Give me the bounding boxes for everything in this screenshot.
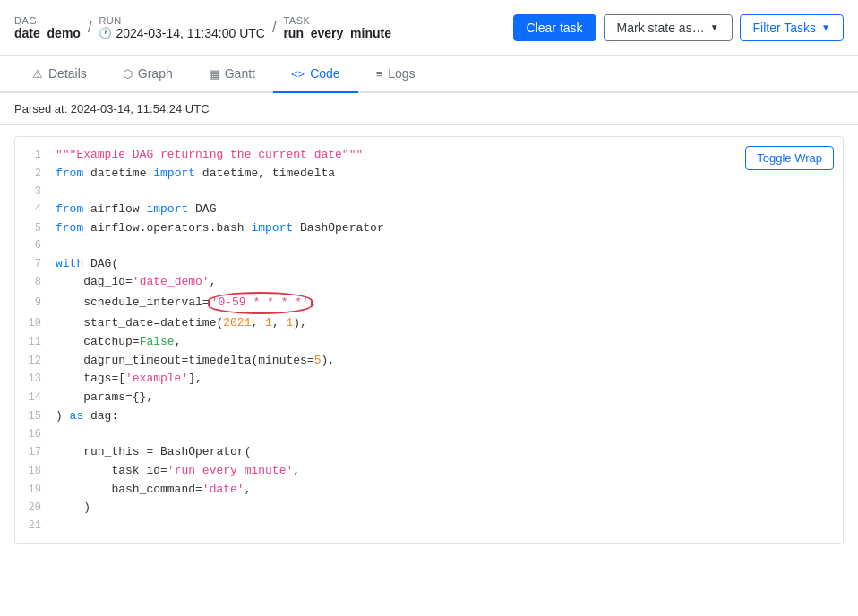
breadcrumb: DAG date_demo / Run 🕐 2024-03-14, 11:34:…	[14, 15, 391, 40]
task-section: Task run_every_minute	[283, 15, 391, 40]
code-line: 6	[15, 237, 843, 254]
header-actions: Clear task Mark state as… ▼ Filter Tasks…	[513, 14, 844, 41]
line-number: 13	[15, 371, 56, 388]
graph-icon: ⬡	[123, 67, 133, 81]
code-line: 14 params={},	[15, 389, 843, 407]
code-line: 16	[15, 426, 843, 443]
line-number: 1	[15, 147, 56, 164]
code-body: 1"""Example DAG returning the current da…	[15, 137, 843, 543]
code-line: 21	[15, 518, 843, 535]
mark-state-caret: ▼	[710, 22, 719, 32]
line-number: 16	[15, 426, 56, 443]
line-number: 10	[15, 315, 56, 332]
tab-details-label: Details	[48, 66, 87, 81]
line-content: from datetime import datetime, timedelta	[56, 165, 843, 184]
top-bar: DAG date_demo / Run 🕐 2024-03-14, 11:34:…	[0, 0, 858, 56]
parsed-at: Parsed at: 2024-03-14, 11:54:24 UTC	[0, 93, 858, 125]
line-content: from airflow import DAG	[56, 201, 843, 219]
code-line: 9 schedule_interval='0-59 * * * *',	[15, 292, 843, 314]
line-number: 6	[15, 237, 56, 254]
line-number: 14	[15, 389, 56, 406]
clock-icon: 🕐	[99, 27, 112, 39]
sep1: /	[88, 20, 91, 36]
tab-graph[interactable]: ⬡ Graph	[105, 56, 191, 93]
line-number: 15	[15, 408, 56, 425]
tab-details[interactable]: ⚠ Details	[14, 56, 105, 93]
code-line: 11 catchup=False,	[15, 333, 843, 352]
line-content: run_this = BashOperator(	[56, 443, 843, 462]
line-content: )	[56, 499, 843, 518]
line-content: tags=['example'],	[56, 370, 843, 389]
task-label: Task	[283, 15, 391, 26]
code-line: 5from airflow.operators.bash import Bash…	[15, 219, 843, 238]
mark-state-label: Mark state as…	[617, 21, 705, 35]
tab-logs[interactable]: ≡ Logs	[358, 56, 433, 93]
code-line: 1"""Example DAG returning the current da…	[15, 146, 843, 165]
line-number: 3	[15, 184, 56, 201]
tabs: ⚠ Details ⬡ Graph ▦ Gantt <> Code ≡ Logs	[0, 56, 858, 93]
line-number: 5	[15, 220, 56, 237]
tab-graph-label: Graph	[138, 66, 173, 81]
line-number: 9	[15, 295, 56, 312]
line-number: 11	[15, 334, 56, 351]
code-line: 7with DAG(	[15, 255, 843, 274]
line-content: catchup=False,	[56, 333, 843, 352]
line-content: params={},	[56, 389, 843, 407]
line-content: start_date=datetime(2021, 1, 1),	[56, 314, 843, 333]
line-number: 4	[15, 201, 56, 218]
line-content: ) as dag:	[56, 407, 843, 426]
logs-icon: ≡	[376, 67, 383, 81]
task-value: run_every_minute	[283, 26, 391, 40]
run-datetime: 2024-03-14, 11:34:00 UTC	[116, 26, 265, 40]
line-number: 12	[15, 353, 56, 370]
filter-tasks-button[interactable]: Filter Tasks ▼	[740, 14, 844, 41]
run-value: 🕐 2024-03-14, 11:34:00 UTC	[99, 26, 265, 40]
tab-code[interactable]: <> Code	[273, 56, 358, 93]
mark-state-button[interactable]: Mark state as… ▼	[604, 14, 733, 41]
code-line: 20 )	[15, 499, 843, 518]
dag-label: DAG	[14, 15, 81, 26]
line-number: 7	[15, 256, 56, 273]
code-line: 3	[15, 184, 843, 201]
line-number: 21	[15, 518, 56, 535]
line-number: 18	[15, 463, 56, 480]
run-section: Run 🕐 2024-03-14, 11:34:00 UTC	[99, 15, 265, 40]
line-number: 19	[15, 482, 56, 499]
code-icon: <>	[291, 67, 305, 81]
code-container: Toggle Wrap 1"""Example DAG returning th…	[14, 136, 844, 544]
line-content: dagrun_timeout=timedelta(minutes=5),	[56, 352, 843, 371]
line-number: 17	[15, 444, 56, 461]
filter-tasks-caret: ▼	[821, 22, 830, 32]
toggle-wrap-button[interactable]: Toggle Wrap	[745, 146, 834, 170]
line-number: 20	[15, 500, 56, 517]
details-icon: ⚠	[32, 67, 43, 81]
line-content: bash_command='date',	[56, 481, 843, 500]
code-line: 10 start_date=datetime(2021, 1, 1),	[15, 314, 843, 333]
line-content: task_id='run_every_minute',	[56, 462, 843, 481]
gantt-icon: ▦	[209, 67, 219, 81]
code-line: 18 task_id='run_every_minute',	[15, 462, 843, 481]
tab-gantt[interactable]: ▦ Gantt	[191, 56, 273, 93]
line-content: with DAG(	[56, 255, 843, 274]
sep2: /	[272, 20, 276, 36]
line-number: 8	[15, 274, 56, 291]
code-line: 17 run_this = BashOperator(	[15, 443, 843, 462]
dag-section: DAG date_demo	[14, 15, 81, 40]
line-number: 2	[15, 166, 56, 183]
code-line: 19 bash_command='date',	[15, 481, 843, 500]
run-label: Run	[99, 15, 265, 26]
code-line: 13 tags=['example'],	[15, 370, 843, 389]
tab-logs-label: Logs	[388, 66, 415, 81]
clear-task-button[interactable]: Clear task	[513, 14, 596, 41]
code-line: 15) as dag:	[15, 407, 843, 426]
tab-code-label: Code	[310, 66, 339, 81]
line-content: dag_id='date_demo',	[56, 273, 843, 292]
code-line: 2from datetime import datetime, timedelt…	[15, 165, 843, 184]
line-content: """Example DAG returning the current dat…	[56, 146, 843, 165]
filter-tasks-label: Filter Tasks	[753, 21, 817, 35]
dag-value: date_demo	[14, 26, 81, 40]
code-line: 4from airflow import DAG	[15, 201, 843, 219]
line-content: from airflow.operators.bash import BashO…	[56, 219, 843, 238]
line-content: schedule_interval='0-59 * * * *',	[56, 292, 843, 314]
code-line: 8 dag_id='date_demo',	[15, 273, 843, 292]
